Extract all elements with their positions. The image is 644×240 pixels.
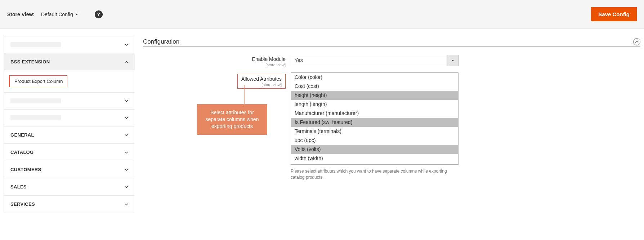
store-view-selector[interactable]: Default Config (41, 12, 78, 17)
select-handle (447, 55, 458, 66)
sidebar-group-header[interactable] (4, 36, 135, 53)
sidebar-group-header[interactable] (4, 110, 135, 126)
enable-module-label: Enable Module (197, 56, 286, 62)
columns-layout: BSS EXTENSION Product Export Column (0, 29, 644, 227)
sidebar-group (4, 110, 135, 126)
sidebar-group-header[interactable]: GENERAL (4, 126, 135, 143)
sidebar-group-header[interactable]: CUSTOMERS (4, 161, 135, 178)
enable-module-select[interactable]: Yes (291, 55, 459, 66)
help-icon[interactable]: ? (95, 10, 103, 18)
sidebar-group-general: GENERAL (4, 126, 135, 144)
sidebar-group-title: BSS EXTENSION (10, 59, 50, 65)
multiselect-option[interactable]: upc (upc) (291, 136, 458, 145)
chevron-down-icon (125, 116, 128, 120)
field-label-col: Enable Module [store view] (197, 55, 291, 67)
sidebar-group-title: SALES (10, 184, 27, 190)
sidebar-group-title (10, 98, 61, 103)
sidebar-item-product-export-column[interactable]: Product Export Column (9, 75, 67, 87)
scope-hint: [store view] (265, 63, 286, 67)
sidebar-group-bss-extension: BSS EXTENSION Product Export Column (4, 53, 135, 93)
sidebar-group-services: SERVICES (4, 196, 135, 213)
enable-module-value: Yes (291, 55, 447, 66)
field-allowed-attributes: Allowed Atrributes [store view] Select a… (197, 72, 640, 181)
chevron-down-icon (125, 168, 128, 172)
sidebar-group-title: GENERAL (10, 132, 34, 138)
sidebar-group-header[interactable]: SERVICES (4, 196, 135, 213)
multiselect-option[interactable]: Is Featured (sw_featured) (291, 118, 458, 127)
multiselect-option[interactable]: Cost (cost) (291, 82, 458, 91)
chevron-down-icon (125, 151, 128, 154)
section-heading: Configuration (143, 38, 640, 47)
sidebar-group-title (10, 42, 61, 47)
sidebar-group-title: CATALOG (10, 150, 33, 155)
chevron-down-icon (125, 99, 128, 103)
multiselect-option[interactable]: height (height) (291, 91, 458, 100)
field-control-col: Yes (291, 55, 459, 66)
chevron-up-icon (125, 60, 128, 64)
save-config-button[interactable]: Save Config (591, 7, 637, 21)
sidebar-group (4, 36, 135, 53)
store-view-value: Default Config (41, 12, 73, 17)
chevron-down-icon (125, 43, 128, 46)
config-sidebar: BSS EXTENSION Product Export Column (4, 36, 135, 213)
sidebar-group (4, 93, 135, 110)
sidebar-group-header[interactable]: BSS EXTENSION (4, 53, 135, 70)
scope-hint: [store view] (261, 83, 282, 87)
allowed-attributes-label: Allowed Atrributes (241, 76, 282, 82)
multiselect-option[interactable]: width (width) (291, 154, 458, 163)
config-top-bar: Store View: Default Config ? Save Config (0, 0, 644, 29)
multiselect-option[interactable]: Manufacturer (manufacturer) (291, 109, 458, 118)
sidebar-group-header[interactable]: SALES (4, 178, 135, 195)
field-label-col: Allowed Atrributes [store view] Select a… (197, 72, 291, 89)
multiselect-option[interactable]: Terminals (terminals) (291, 127, 458, 136)
sidebar-group-title: SERVICES (10, 201, 35, 207)
chevron-down-icon (125, 203, 128, 206)
multiselect-option[interactable]: length (length) (291, 100, 458, 109)
sidebar-group-header[interactable] (4, 93, 135, 109)
chevron-down-icon (125, 185, 128, 189)
chevron-down-icon (125, 133, 128, 137)
sidebar-group-body: Product Export Column (4, 70, 135, 92)
multiselect-option[interactable]: Color (color) (291, 73, 458, 82)
collapse-section-button[interactable] (633, 38, 640, 45)
chevron-down-icon (75, 14, 78, 17)
allowed-attributes-multiselect[interactable]: Color (color)Cost (cost)height (height)l… (291, 72, 459, 165)
multiselect-option[interactable]: Volts (volts) (291, 145, 458, 154)
callout-connector-line (245, 85, 245, 104)
sidebar-group-customers: CUSTOMERS (4, 161, 135, 178)
chevron-down-icon (451, 60, 454, 63)
sidebar-group-header[interactable]: CATALOG (4, 144, 135, 161)
field-control-col: Color (color)Cost (cost)height (height)l… (291, 72, 459, 181)
annotation-callout: Select attributes for separate columns w… (197, 104, 267, 135)
sidebar-group-title: CUSTOMERS (10, 167, 41, 172)
section-title: Configuration (143, 38, 179, 45)
field-enable-module: Enable Module [store view] Yes (197, 55, 640, 67)
form-rows: Enable Module [store view] Yes All (143, 55, 640, 181)
sidebar-group-sales: SALES (4, 178, 135, 196)
sidebar-group-title (10, 115, 61, 120)
store-view-label: Store View: (7, 12, 35, 17)
allowed-attributes-note: Please select attributes which you want … (291, 168, 449, 181)
sidebar-group-catalog: CATALOG (4, 144, 135, 161)
scope-area: Store View: Default Config ? (7, 10, 103, 18)
config-main: Configuration Enable Module [store view]… (143, 36, 640, 213)
